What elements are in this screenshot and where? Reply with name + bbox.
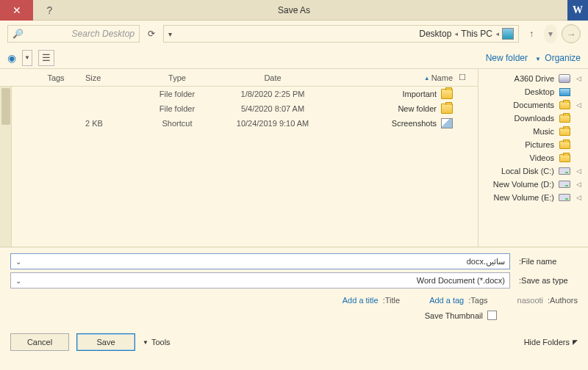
type-column[interactable]: Type bbox=[137, 73, 218, 82]
computer-icon bbox=[502, 28, 514, 40]
sidebar-item[interactable]: ▷Pictures bbox=[480, 138, 587, 151]
save-panel: File name: سائیں.docx⌄ Save as type: Wor… bbox=[0, 247, 588, 326]
sidebar-item[interactable]: ▷Music bbox=[480, 125, 587, 138]
address-bar[interactable]: ▸ This PC ▸ Desktop ▾ bbox=[163, 25, 519, 43]
sidebar-item-label: Local Disk (C:) bbox=[501, 167, 554, 175]
date-column[interactable]: Date bbox=[218, 73, 328, 82]
scrollbar-thumb[interactable] bbox=[1, 88, 10, 125]
sidebar-item[interactable]: ▷Desktop bbox=[480, 85, 587, 98]
file-type: File folder bbox=[137, 90, 218, 98]
vertical-scrollbar[interactable] bbox=[0, 87, 12, 247]
sidebar-item[interactable]: ▷Videos bbox=[480, 151, 587, 164]
title-add[interactable]: Add a title bbox=[343, 296, 379, 305]
new-folder-button[interactable]: New folder bbox=[486, 53, 528, 63]
sidebar-item[interactable]: ▷New Volume (E:) bbox=[480, 191, 587, 204]
folder-icon bbox=[559, 153, 570, 163]
sidebar-item[interactable]: ▷A360 Drive bbox=[480, 72, 587, 85]
disk-icon bbox=[559, 166, 570, 176]
disk-icon bbox=[559, 179, 570, 189]
search-icon: 🔍 bbox=[12, 29, 24, 39]
main-area: ▷A360 Drive▷Desktop▷Documents▷Downloads▷… bbox=[0, 69, 588, 247]
file-row[interactable]: Important1/8/2020 2:25 PMFile folder bbox=[0, 87, 478, 101]
hide-folders-toggle[interactable]: ◥Hide Folders bbox=[524, 338, 578, 347]
expand-arrow-icon[interactable]: ▷ bbox=[575, 75, 582, 82]
chevron-down-icon[interactable]: ⌄ bbox=[15, 277, 21, 285]
tags-column[interactable]: Tags bbox=[34, 73, 78, 82]
up-button[interactable]: ↑ bbox=[523, 26, 539, 42]
view-details-button[interactable]: ☰ bbox=[38, 50, 54, 66]
file-list: ☐ Name ▴ Date Type Size Tags Important1/… bbox=[0, 69, 478, 247]
toolbar: Organize ▼ New folder ☰ ▼ ◉ bbox=[0, 47, 588, 69]
view-dropdown[interactable]: ▼ bbox=[22, 50, 32, 66]
footer: ◥Hide Folders Tools ▼ Save Cancel bbox=[0, 326, 588, 358]
file-row[interactable]: New folder5/4/2020 8:07 AMFile folder bbox=[0, 101, 478, 116]
window-controls: ? ✕ bbox=[0, 0, 66, 21]
file-name: Screenshots bbox=[392, 119, 437, 128]
savetype-label: Save as type: bbox=[516, 276, 578, 285]
chevron-right-icon: ▸ bbox=[495, 30, 499, 37]
chevron-down-icon: ▼ bbox=[535, 56, 541, 62]
breadcrumb-item[interactable]: Desktop bbox=[419, 29, 451, 39]
sidebar-item[interactable]: ▷New Volume (D:) bbox=[480, 178, 587, 191]
sidebar-item-label: Pictures bbox=[525, 140, 554, 149]
help-icon[interactable]: ◉ bbox=[7, 52, 16, 64]
file-name: Important bbox=[403, 90, 437, 98]
save-thumbnail-checkbox[interactable] bbox=[487, 311, 497, 320]
sidebar-item-label: Music bbox=[533, 127, 554, 136]
address-dropdown[interactable]: ▾ bbox=[168, 30, 172, 38]
window-title: Save As bbox=[0, 5, 588, 15]
file-date: 10/24/2019 9:10 AM bbox=[218, 119, 328, 128]
sidebar-item-label: Downloads bbox=[514, 114, 554, 123]
help-button[interactable]: ? bbox=[33, 0, 66, 21]
file-date: 5/4/2020 8:07 AM bbox=[218, 104, 328, 113]
arrow-left-icon: → bbox=[567, 29, 576, 40]
folder-icon bbox=[559, 113, 570, 123]
savetype-select[interactable]: Word Document (*.docx)⌄ bbox=[10, 272, 510, 289]
size-column[interactable]: Size bbox=[78, 73, 137, 82]
folder-icon bbox=[559, 139, 570, 150]
sidebar-item[interactable]: ▷Downloads bbox=[480, 112, 587, 125]
file-name: New folder bbox=[398, 104, 437, 113]
save-thumbnail-label: Save Thumbnail bbox=[425, 311, 483, 320]
sidebar-item-label: New Volume (E:) bbox=[493, 193, 554, 202]
filename-label: File name: bbox=[516, 257, 578, 266]
folder-icon bbox=[559, 100, 570, 110]
filename-input[interactable]: سائیں.docx⌄ bbox=[10, 253, 510, 269]
tools-menu[interactable]: Tools ▼ bbox=[143, 338, 171, 347]
expand-arrow-icon[interactable]: ▷ bbox=[575, 167, 582, 175]
recent-locations-button[interactable]: ▾ bbox=[544, 24, 557, 43]
expand-arrow-icon[interactable]: ▷ bbox=[575, 101, 582, 109]
organize-menu[interactable]: Organize ▼ bbox=[535, 53, 581, 63]
shortcut-icon bbox=[441, 118, 453, 128]
tags-label: Tags: bbox=[468, 296, 487, 305]
search-input[interactable]: Search Desktop 🔍 bbox=[7, 25, 140, 43]
file-row[interactable]: Screenshots10/24/2019 9:10 AMShortcut2 K… bbox=[0, 116, 478, 131]
sidebar-item-label: Documents bbox=[513, 101, 554, 109]
cancel-button[interactable]: Cancel bbox=[10, 333, 69, 351]
search-placeholder: Search Desktop bbox=[72, 29, 135, 39]
sidebar-item-label: Desktop bbox=[525, 87, 554, 96]
nav-bar: → ▾ ↑ ▸ This PC ▸ Desktop ▾ ⟳ Search Des… bbox=[0, 21, 588, 47]
refresh-button[interactable]: ⟳ bbox=[144, 29, 159, 39]
authors-value[interactable]: nasooti bbox=[517, 296, 543, 305]
close-button[interactable]: ✕ bbox=[0, 0, 33, 21]
column-headers: ☐ Name ▴ Date Type Size Tags bbox=[0, 69, 478, 87]
breadcrumb-item[interactable]: This PC bbox=[461, 29, 492, 39]
expand-arrow-icon[interactable]: ▷ bbox=[575, 181, 582, 188]
tags-add[interactable]: Add a tag bbox=[429, 296, 464, 305]
sidebar-item-label: New Volume (D:) bbox=[493, 180, 554, 189]
titlebar: W Save As ? ✕ bbox=[0, 0, 588, 21]
sidebar-item-label: Videos bbox=[530, 153, 554, 162]
save-button[interactable]: Save bbox=[76, 333, 135, 351]
checkbox-column[interactable]: ☐ bbox=[453, 73, 472, 82]
expand-arrow-icon[interactable]: ▷ bbox=[575, 194, 582, 201]
chevron-down-icon[interactable]: ⌄ bbox=[15, 258, 21, 266]
sidebar-item[interactable]: ▷Documents bbox=[480, 98, 587, 112]
desktop-icon bbox=[559, 87, 570, 97]
disk-icon bbox=[559, 192, 570, 203]
back-button[interactable]: → bbox=[562, 24, 581, 43]
title-label: Title: bbox=[383, 296, 400, 305]
name-column[interactable]: Name ▴ bbox=[328, 73, 453, 82]
sidebar-item[interactable]: ▷Local Disk (C:) bbox=[480, 164, 587, 178]
file-type: File folder bbox=[137, 104, 218, 113]
